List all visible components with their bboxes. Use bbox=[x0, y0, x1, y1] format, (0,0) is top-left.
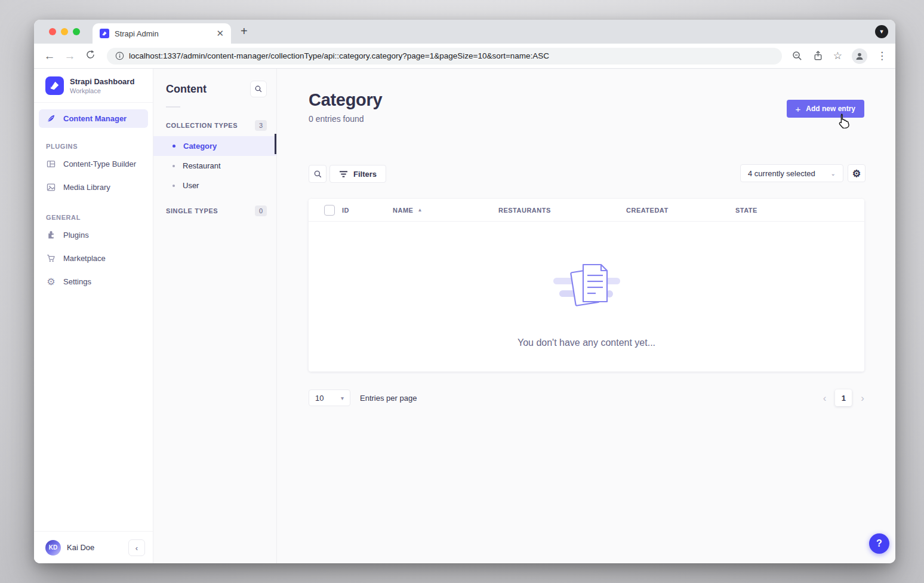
page-title: Category bbox=[309, 90, 382, 110]
entries-per-page-label: Entries per page bbox=[360, 394, 417, 403]
gear-icon: ⚙ bbox=[852, 168, 861, 179]
current-page-button[interactable]: 1 bbox=[835, 389, 852, 406]
column-header-name[interactable]: NAME▲ bbox=[393, 207, 498, 214]
browser-update-icon[interactable]: ▼ bbox=[875, 25, 888, 38]
url-text[interactable]: localhost:1337/admin/content-manager/col… bbox=[129, 51, 549, 60]
browser-menu-icon[interactable]: ⋮ bbox=[877, 50, 887, 62]
workspace-header[interactable]: Strapi Dashboard Workplace bbox=[34, 69, 153, 103]
panel-title: Content bbox=[166, 83, 207, 96]
collection-types-label: COLLECTION TYPES bbox=[166, 122, 238, 129]
sidebar-item-label: Content Manager bbox=[63, 114, 127, 123]
window-maximize-button[interactable] bbox=[73, 28, 80, 35]
reload-icon[interactable] bbox=[83, 50, 97, 63]
gear-icon: ⚙ bbox=[46, 276, 56, 287]
next-page-icon[interactable]: › bbox=[861, 393, 864, 403]
image-icon bbox=[46, 182, 56, 192]
tab-title: Strapi Admin bbox=[115, 29, 211, 38]
zoom-icon[interactable] bbox=[791, 50, 803, 62]
page-size-value: 10 bbox=[315, 394, 324, 403]
sidebar-item-label: Plugins bbox=[63, 231, 89, 240]
single-types-count: 0 bbox=[255, 205, 267, 216]
table-header-row: ID NAME▲ RESTAURANTS CREATEDAT STATE bbox=[309, 199, 864, 221]
columns-select[interactable]: 4 currently selected ⌄ bbox=[740, 164, 843, 182]
workspace-name: Workplace bbox=[70, 87, 134, 94]
sidebar-item-plugins[interactable]: Plugins bbox=[34, 223, 153, 247]
column-header-createdat[interactable]: CREATEDAT bbox=[626, 207, 735, 214]
user-avatar[interactable]: KD bbox=[45, 540, 61, 556]
sidebar-item-content-type-builder[interactable]: Content-Type Builder bbox=[34, 152, 153, 176]
sidebar-item-label: Content-Type Builder bbox=[63, 159, 136, 168]
puzzle-icon bbox=[46, 230, 56, 240]
collection-types-count: 3 bbox=[255, 120, 267, 131]
empty-state-message: You don't have any content yet... bbox=[518, 337, 655, 348]
strapi-logo bbox=[45, 76, 64, 95]
sidebar-section-plugins: PLUGINS bbox=[46, 143, 153, 150]
strapi-admin-app: Strapi Dashboard Workplace Content Manag… bbox=[34, 69, 895, 563]
filter-icon bbox=[339, 170, 348, 178]
single-types-label: SINGLE TYPES bbox=[166, 207, 218, 214]
panel-scrollbar[interactable] bbox=[275, 134, 276, 154]
entries-table: ID NAME▲ RESTAURANTS CREATEDAT STATE bbox=[309, 199, 864, 372]
page-size-select[interactable]: 10 ▾ bbox=[309, 389, 350, 406]
user-name: Kai Doe bbox=[67, 543, 94, 552]
entries-count: 0 entries found bbox=[309, 114, 382, 124]
sidebar-item-label: Marketplace bbox=[63, 254, 106, 263]
browser-tab[interactable]: Strapi Admin ✕ bbox=[93, 23, 231, 44]
bullet-icon bbox=[173, 145, 175, 148]
browser-tab-strip: Strapi Admin ✕ + ▼ bbox=[34, 20, 895, 44]
app-name: Strapi Dashboard bbox=[70, 77, 134, 86]
share-icon[interactable] bbox=[812, 50, 824, 62]
new-tab-button[interactable]: + bbox=[241, 24, 248, 38]
sidebar-item-label: Settings bbox=[63, 277, 91, 286]
view-settings-button[interactable]: ⚙ bbox=[848, 164, 866, 182]
search-icon bbox=[313, 170, 322, 179]
sidebar-item-settings[interactable]: ⚙ Settings bbox=[34, 270, 153, 293]
browser-profile-icon[interactable] bbox=[852, 48, 867, 64]
chevron-down-icon: ▾ bbox=[341, 395, 344, 401]
collection-type-label: Category bbox=[183, 142, 217, 151]
main-sidebar: Strapi Dashboard Workplace Content Manag… bbox=[34, 69, 153, 563]
tab-close-icon[interactable]: ✕ bbox=[216, 28, 224, 39]
column-header-restaurants[interactable]: RESTAURANTS bbox=[498, 207, 626, 214]
forward-icon[interactable]: → bbox=[63, 50, 77, 63]
bookmark-star-icon[interactable]: ☆ bbox=[833, 50, 842, 62]
sort-asc-icon: ▲ bbox=[417, 207, 422, 213]
site-info-icon[interactable] bbox=[115, 51, 124, 60]
window-close-button[interactable] bbox=[49, 28, 56, 35]
filters-button[interactable]: Filters bbox=[329, 165, 386, 183]
columns-select-value: 4 currently selected bbox=[748, 169, 815, 178]
panel-divider bbox=[166, 106, 180, 108]
sidebar-item-label: Media Library bbox=[63, 183, 110, 192]
prev-page-icon[interactable]: ‹ bbox=[823, 393, 827, 403]
help-button[interactable]: ? bbox=[869, 533, 889, 554]
window-minimize-button[interactable] bbox=[61, 28, 68, 35]
layout-icon bbox=[46, 159, 56, 169]
sidebar-item-media-library[interactable]: Media Library bbox=[34, 176, 153, 199]
collection-type-label: Restaurant bbox=[183, 161, 221, 170]
collection-type-restaurant[interactable]: Restaurant bbox=[153, 156, 276, 176]
user-footer: KD Kai Doe ‹ bbox=[34, 531, 153, 563]
panel-search-button[interactable] bbox=[250, 81, 267, 97]
collection-type-category[interactable]: Category bbox=[153, 136, 276, 156]
url-bar[interactable]: localhost:1337/admin/content-manager/col… bbox=[107, 48, 782, 65]
browser-window: Strapi Admin ✕ + ▼ ← → localhost:1337/ad… bbox=[34, 20, 895, 563]
browser-toolbar: ← → localhost:1337/admin/content-manager… bbox=[34, 44, 895, 69]
select-all-checkbox[interactable] bbox=[324, 205, 335, 216]
sidebar-section-general: GENERAL bbox=[46, 214, 153, 221]
bullet-icon bbox=[173, 165, 175, 167]
column-header-state[interactable]: STATE bbox=[735, 207, 864, 214]
content-types-panel: Content COLLECTION TYPES 3 Category Rest… bbox=[153, 69, 277, 563]
sidebar-item-marketplace[interactable]: Marketplace bbox=[34, 247, 153, 270]
column-header-id[interactable]: ID bbox=[342, 207, 393, 214]
cart-icon bbox=[46, 253, 56, 263]
collection-type-user[interactable]: User bbox=[153, 176, 276, 195]
sidebar-collapse-button[interactable]: ‹ bbox=[128, 539, 145, 556]
search-icon bbox=[254, 85, 263, 93]
sidebar-item-content-manager[interactable]: Content Manager bbox=[39, 109, 148, 128]
strapi-favicon bbox=[100, 29, 109, 38]
back-icon[interactable]: ← bbox=[42, 50, 57, 63]
plus-icon: + bbox=[796, 104, 801, 114]
quill-icon bbox=[46, 113, 56, 124]
add-new-entry-button[interactable]: + Add new entry bbox=[787, 100, 864, 118]
list-search-button[interactable] bbox=[309, 165, 327, 183]
